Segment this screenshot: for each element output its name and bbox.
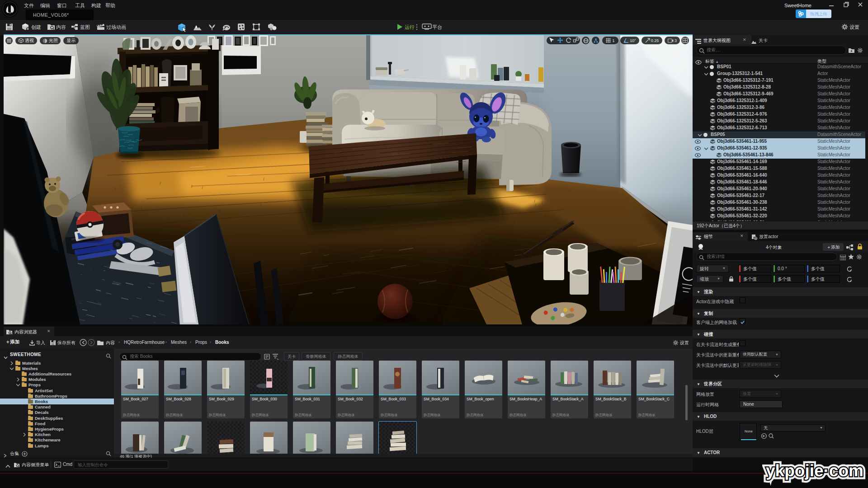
svg-text:ykpojie·com: ykpojie·com (766, 461, 863, 480)
